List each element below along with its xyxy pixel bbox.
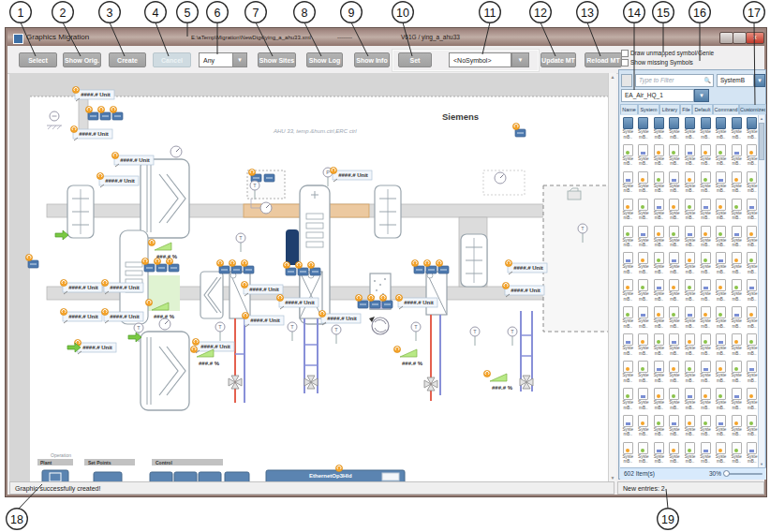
maximize-button[interactable] <box>733 32 747 44</box>
symbol-item[interactable]: SystemB.. <box>620 386 636 413</box>
symbol-item[interactable]: SystemB.. <box>651 359 667 386</box>
set-button[interactable]: Set <box>398 52 432 67</box>
symbol-combobox[interactable]: <NoSymbol> <box>449 52 511 67</box>
gauge-sensor[interactable] <box>159 318 170 330</box>
symbol-item[interactable]: SystemB.. <box>636 115 652 142</box>
operation-button[interactable] <box>199 472 221 481</box>
operation-button[interactable] <box>94 472 122 481</box>
symbol-item[interactable]: SystemB.. <box>698 277 714 304</box>
symbol-item[interactable]: SystemB.. <box>713 250 729 277</box>
tab-name[interactable]: Name <box>620 104 638 114</box>
symbol-item[interactable]: SystemB.. <box>682 197 698 224</box>
symbol-item[interactable]: SystemB.. <box>682 142 698 170</box>
symbol-item[interactable]: SystemB.. <box>620 304 636 332</box>
operation-button[interactable] <box>150 472 172 481</box>
symbol-item[interactable]: SystemB.. <box>651 224 667 251</box>
reload-mt-button[interactable]: Reload MT <box>585 52 622 67</box>
title-bar[interactable]: Graphics Migration E:\aTemp\Migration\Ne… <box>7 30 764 47</box>
symbol-item[interactable]: SystemB.. <box>698 142 714 170</box>
heating-coil[interactable] <box>230 272 250 318</box>
tab-library[interactable]: Library <box>659 104 680 114</box>
symbol-item[interactable]: SystemB.. <box>651 304 667 332</box>
dark-device[interactable] <box>286 229 299 265</box>
symbol-item[interactable]: SystemB.. <box>620 413 636 440</box>
symbol-item[interactable]: SystemB.. <box>698 332 714 359</box>
symbol-item[interactable]: SystemB.. <box>698 413 714 440</box>
symbol-item[interactable]: SystemB.. <box>620 170 636 197</box>
symbol-item[interactable]: SystemB.. <box>682 224 698 251</box>
symbol-item[interactable]: SystemB.. <box>620 142 636 170</box>
symbol-item[interactable]: SystemB.. <box>682 170 698 197</box>
symbol-item[interactable]: SystemB.. <box>620 277 636 304</box>
symbol-item[interactable]: SystemB.. <box>713 277 729 304</box>
future-extension-dashed-box[interactable] <box>543 185 609 332</box>
gauge-sensor[interactable] <box>170 146 182 157</box>
symbol-item[interactable]: SystemB.. <box>620 359 636 386</box>
symbol-item[interactable]: SystemB.. <box>729 413 745 440</box>
io-box[interactable] <box>28 260 38 268</box>
plate-heat-exchanger[interactable] <box>200 272 223 318</box>
symbol-item[interactable]: SystemB.. <box>729 142 745 170</box>
symbol-item[interactable]: SystemB.. <box>682 277 698 304</box>
scrollbar-thumb[interactable] <box>759 123 764 160</box>
symbol-item[interactable]: SystemB.. <box>651 115 667 142</box>
select-button[interactable]: Select <box>19 52 57 67</box>
symbol-item[interactable]: SystemB.. <box>729 359 745 386</box>
symbol-item[interactable]: SystemB.. <box>682 440 698 467</box>
cooling-coil[interactable] <box>300 272 322 318</box>
show-orig-button[interactable]: Show Orig. <box>63 52 101 67</box>
symbol-item[interactable]: SystemB.. <box>636 386 652 413</box>
symbol-item[interactable]: SystemB.. <box>713 413 729 440</box>
cancel-button[interactable]: Cancel <box>153 52 191 67</box>
operation-button[interactable] <box>42 470 68 481</box>
symbol-item[interactable]: SystemB.. <box>713 440 729 467</box>
symbol-item[interactable]: SystemB.. <box>651 413 667 440</box>
symbol-item[interactable]: SystemB.. <box>651 440 667 467</box>
symbol-item[interactable]: SystemB.. <box>682 413 698 440</box>
silencer-column[interactable] <box>120 230 148 324</box>
symbol-item[interactable]: SystemB.. <box>667 224 683 251</box>
symbol-item[interactable]: SystemB.. <box>620 197 636 224</box>
symbol-item[interactable]: SystemB.. <box>620 224 636 251</box>
symbol-item[interactable]: SystemB.. <box>729 170 745 197</box>
symbol-item[interactable]: SystemB.. <box>667 304 683 332</box>
symbol-item[interactable]: SystemB.. <box>620 250 636 277</box>
scroll-up-icon[interactable]: ▲ <box>609 74 616 80</box>
heat-recovery-wheel[interactable] <box>141 159 189 238</box>
symbol-item[interactable]: SystemB.. <box>651 386 667 413</box>
symbol-item[interactable]: SystemB.. <box>682 386 698 413</box>
symbol-item[interactable]: SystemB.. <box>667 332 683 359</box>
show-missing-checkbox[interactable] <box>621 59 629 66</box>
minimize-button[interactable] <box>719 32 733 44</box>
symbol-item[interactable]: SystemB.. <box>713 170 729 197</box>
scroll-up-icon[interactable]: ▲ <box>759 116 764 121</box>
heat-recovery-wheel[interactable] <box>141 332 189 410</box>
symbol-item[interactable]: SystemB.. <box>651 197 667 224</box>
symbol-item[interactable]: SystemB.. <box>729 440 745 467</box>
symbol-item[interactable]: SystemB.. <box>713 359 729 386</box>
symbol-item[interactable]: SystemB.. <box>729 224 745 251</box>
symbol-item[interactable]: SystemB.. <box>698 224 714 251</box>
symbol-item[interactable]: SystemB.. <box>698 359 714 386</box>
symbol-item[interactable]: SystemB.. <box>713 224 729 251</box>
symbol-item[interactable]: SystemB.. <box>636 277 652 304</box>
symbol-item[interactable]: SystemB.. <box>651 142 667 170</box>
heating-coil[interactable] <box>426 272 447 315</box>
zoom-slider-knob[interactable] <box>723 470 730 477</box>
symbol-item[interactable]: SystemB.. <box>682 359 698 386</box>
symbol-item[interactable]: SystemB.. <box>698 386 714 413</box>
symbol-grid[interactable]: SystemB..SystemB..SystemB..SystemB..Syst… <box>620 115 760 467</box>
symbol-item[interactable]: SystemB.. <box>636 359 652 386</box>
operation-button[interactable] <box>225 472 249 481</box>
system-dropdown-arrow-icon[interactable]: ▼ <box>754 74 765 87</box>
library-dropdown-arrow-icon[interactable]: ▼ <box>694 89 709 102</box>
symbol-item[interactable]: SystemB.. <box>636 304 652 332</box>
symbol-item[interactable]: SystemB.. <box>729 197 745 224</box>
symbol-item[interactable]: SystemB.. <box>729 332 745 359</box>
symbol-item[interactable]: SystemB.. <box>636 250 652 277</box>
symbol-item[interactable]: SystemB.. <box>651 332 667 359</box>
scroll-down-icon[interactable]: ▼ <box>609 475 616 480</box>
io-box[interactable] <box>515 129 526 137</box>
tab-default[interactable]: Default <box>692 104 713 114</box>
symbol-item[interactable]: SystemB.. <box>667 250 683 277</box>
